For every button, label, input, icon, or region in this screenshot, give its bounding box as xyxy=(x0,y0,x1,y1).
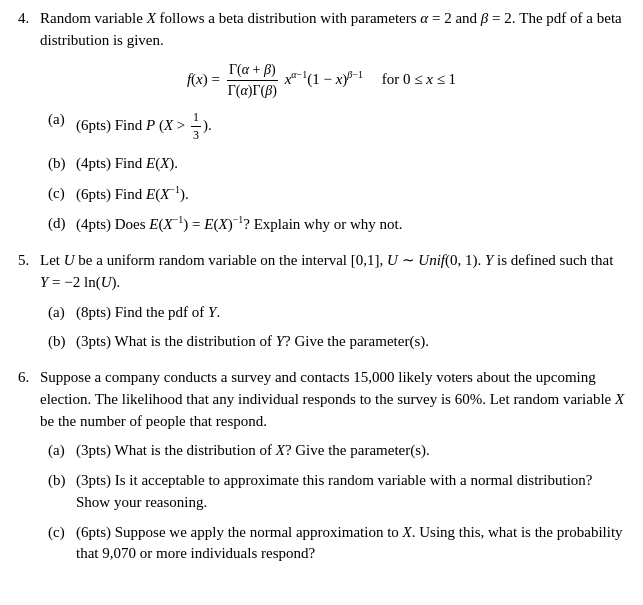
problem-6b-text: (3pts) Is it acceptable to approximate t… xyxy=(76,470,625,514)
problem-4a-text: (6pts) Find P (X > 1 3 ). xyxy=(76,109,625,145)
problem-6-number: 6. xyxy=(18,367,40,389)
problem-4c: (c) (6pts) Find E(X−1). xyxy=(48,183,625,206)
problem-6c-text: (6pts) Suppose we apply the normal appro… xyxy=(76,522,625,566)
problem-5a: (a) (8pts) Find the pdf of Y. xyxy=(48,302,625,324)
problem-4b-label: (b) xyxy=(48,153,76,175)
problem-6c-label: (c) xyxy=(48,522,76,544)
problem-4: 4. Random variable X follows a beta dist… xyxy=(18,8,625,236)
beta-pdf-formula: f(x) = Γ(α + β) Γ(α)Γ(β) xα−1(1 − x)β−1 … xyxy=(18,60,625,102)
problem-4b: (b) (4pts) Find E(X). xyxy=(48,153,625,175)
problem-4a: (a) (6pts) Find P (X > 1 3 ). xyxy=(48,109,625,145)
problem-6-intro: Suppose a company conducts a survey and … xyxy=(40,367,625,432)
problem-5-intro: Let U be a uniform random variable on th… xyxy=(40,250,625,294)
problem-6a-label: (a) xyxy=(48,440,76,462)
problem-6c: (c) (6pts) Suppose we apply the normal a… xyxy=(48,522,625,566)
problem-6b: (b) (3pts) Is it acceptable to approxima… xyxy=(48,470,625,514)
problem-6: 6. Suppose a company conducts a survey a… xyxy=(18,367,625,565)
problem-5b-label: (b) xyxy=(48,331,76,353)
problem-5b: (b) (3pts) What is the distribution of Y… xyxy=(48,331,625,353)
problem-4b-text: (4pts) Find E(X). xyxy=(76,153,625,175)
problem-6a-text: (3pts) What is the distribution of X? Gi… xyxy=(76,440,625,462)
problem-4c-text: (6pts) Find E(X−1). xyxy=(76,183,625,206)
problem-5: 5. Let U be a uniform random variable on… xyxy=(18,250,625,353)
problem-6b-label: (b) xyxy=(48,470,76,492)
problem-4-intro: Random variable X follows a beta distrib… xyxy=(40,8,625,52)
problem-4c-label: (c) xyxy=(48,183,76,205)
problem-4d-text: (4pts) Does E(X−1) = E(X)−1? Explain why… xyxy=(76,213,625,236)
problem-4d-label: (d) xyxy=(48,213,76,235)
problem-6a: (a) (3pts) What is the distribution of X… xyxy=(48,440,625,462)
problem-5a-label: (a) xyxy=(48,302,76,324)
problem-4a-label: (a) xyxy=(48,109,76,131)
problem-5a-text: (8pts) Find the pdf of Y. xyxy=(76,302,625,324)
problem-5b-text: (3pts) What is the distribution of Y? Gi… xyxy=(76,331,625,353)
problem-4d: (d) (4pts) Does E(X−1) = E(X)−1? Explain… xyxy=(48,213,625,236)
problem-4-number: 4. xyxy=(18,8,40,30)
problem-5-number: 5. xyxy=(18,250,40,272)
